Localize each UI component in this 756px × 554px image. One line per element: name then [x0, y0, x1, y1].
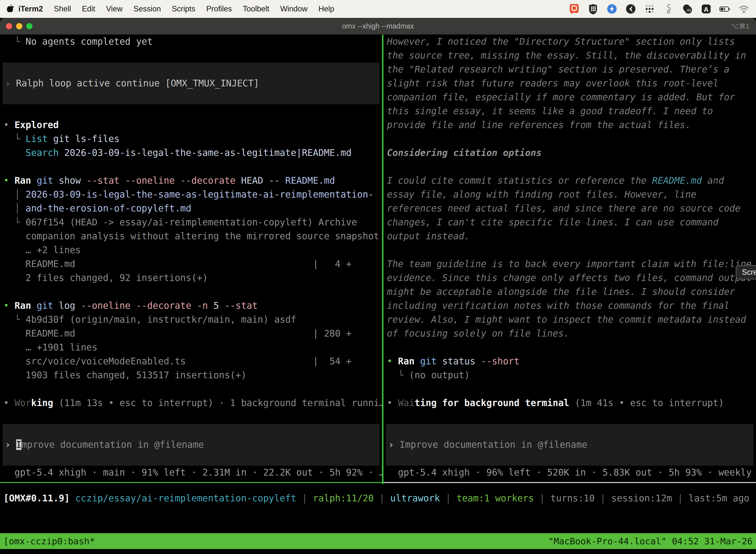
menu-items: iTerm2ShellEditViewSessionScriptsProfile…	[18, 4, 334, 13]
minimize-button[interactable]	[16, 23, 22, 29]
blank-line	[3, 410, 382, 424]
ran-git-log: • Ran git log --oneline --decorate -n 5 …	[3, 299, 382, 313]
close-button[interactable]	[6, 23, 12, 29]
blank-line	[3, 49, 382, 63]
prompt-input-box-line: › Improve documentation in @filename	[388, 438, 754, 452]
reasoning-p2: changes, I can't cite specific file line…	[387, 215, 756, 229]
reasoning-p1: the source tree, missing the essay. Stil…	[387, 49, 756, 63]
right-terminal-pane[interactable]: However, I noticed the "Directory Struct…	[383, 35, 756, 483]
menu-item-scripts[interactable]: Scripts	[172, 4, 195, 13]
reasoning-p1: the "Related research writing" section i…	[387, 63, 756, 76]
menu-item-window[interactable]: Window	[280, 4, 308, 13]
badge-61-icon[interactable]: ..61	[682, 3, 693, 15]
reasoning-p2: I could cite commit statistics or refere…	[387, 174, 756, 188]
omx-status-bar: [OMX#0.11.9] cczip/essay/ai-reimplementa…	[0, 491, 756, 505]
reasoning-p3: of focusing solely on file lines.	[387, 327, 756, 340]
window-controls	[6, 18, 33, 34]
agents-status-line: └ No agents completed yet	[3, 35, 382, 49]
ran-git-status: • Ran git status --short	[387, 354, 756, 368]
blank-line	[3, 285, 382, 299]
keyboard-a-icon[interactable]: A	[700, 3, 712, 15]
show-stat-summary: 2 files changed, 92 insertions(+)	[3, 271, 382, 285]
reasoning-p1: However, I noticed the "Directory Struct…	[387, 35, 756, 49]
log-stat-readme: README.md | 280 +	[3, 327, 382, 340]
wifi-icon[interactable]	[738, 3, 750, 15]
reasoning-p1: slight risk that future readers may over…	[387, 76, 756, 90]
svg-text:A: A	[704, 6, 709, 13]
show-more-lines: … +2 lines	[3, 243, 382, 257]
blank-line	[387, 160, 756, 174]
prompt-input-box-line: › Improve documentation in @filename	[5, 438, 379, 452]
show-filename-2: │ and-the-erosion-of-copyleft.md	[3, 202, 382, 215]
blank-line	[3, 160, 382, 174]
reasoning-p1: this single essay, it seems like a good …	[387, 104, 756, 118]
window-title: omx --xhigh --madmax	[342, 22, 414, 30]
reasoning-p3: The team guideline is to back every impo…	[387, 257, 756, 271]
show-commit-2: companion analysis without altering the …	[3, 229, 382, 243]
explored-search: Search 2026-03-09-is-legal-the-same-as-l…	[3, 146, 382, 160]
svg-text:..61: ..61	[685, 8, 691, 12]
prompt-input-box[interactable]: › Improve documentation in @filename	[386, 424, 754, 466]
dark-orb-icon[interactable]	[625, 3, 636, 15]
menu-item-iterm2[interactable]: iTerm2	[18, 4, 43, 13]
blank-line	[387, 243, 756, 257]
blue-bolt-icon[interactable]	[606, 3, 618, 15]
menu-bar-status-icons: ..61 A	[568, 3, 750, 15]
squiggle-icon[interactable]	[663, 3, 674, 15]
screenshot-icon[interactable]	[568, 3, 580, 15]
reasoning-p3: including verification notes with those …	[387, 299, 756, 313]
log-stat-voice: src/voice/voiceModeEnabled.ts | 54 +	[3, 354, 382, 368]
menu-item-shell[interactable]: Shell	[54, 4, 71, 13]
explored-list: └ List git ls-files	[3, 132, 382, 146]
tmux-host-clock: "MacBook-Pro-44.local" 04:52 31-Mar-26	[548, 536, 753, 546]
show-commit: └ 067f154 (HEAD -> essay/ai-reimplementa…	[3, 215, 382, 229]
tmux-status-bar: [omx-cczip0:bash* "MacBook-Pro-44.local"…	[0, 533, 756, 549]
menu-item-toolbelt[interactable]: Toolbelt	[243, 4, 269, 13]
blank-line	[387, 132, 756, 146]
menu-item-help[interactable]: Help	[318, 4, 334, 13]
zoom-button[interactable]	[26, 23, 33, 29]
reasoning-p2: references need actual files, and since …	[387, 202, 756, 215]
reasoning-p2: output instead.	[387, 229, 756, 243]
reasoning-p3: review. Also, I might want to inspect th…	[387, 313, 756, 327]
ralph-loop-box-line: › Ralph loop active continue [OMX_TMUX_I…	[5, 76, 379, 90]
grid-shield-icon[interactable]	[587, 3, 599, 15]
show-filename-1: │ 2026-03-09-is-legal-the-same-as-legiti…	[3, 188, 382, 202]
session-status-line: gpt-5.4 xhigh · main · 91% left · 2.31M …	[3, 466, 382, 480]
show-stat-readme: README.md | 4 +	[3, 257, 382, 271]
tmux-session-label: [omx-cczip0:bash*	[3, 536, 95, 546]
dots-grid-icon[interactable]	[644, 3, 655, 15]
menu-item-session[interactable]: Session	[133, 4, 161, 13]
explored-header: • Explored	[3, 118, 382, 132]
window-title-bar: omx --xhigh --madmax ⌥⌘1	[0, 18, 756, 35]
reasoning-p3: might be acceptable alongside the file l…	[387, 285, 756, 299]
apple-menu-icon[interactable]	[6, 4, 15, 14]
terminal-panes: └ No agents completed yet› Ralph loop ac…	[0, 35, 756, 484]
reasoning-p3: evidence. Since this change only affects…	[387, 271, 756, 285]
screen-share-overlay[interactable]: Scre	[736, 265, 756, 279]
reasoning-p1: companion file, especially if more comme…	[387, 90, 756, 104]
log-stat-summary: 1903 files changed, 513517 insertions(+)	[3, 368, 382, 382]
menu-item-profiles[interactable]: Profiles	[206, 4, 232, 13]
ralph-loop-box: › Ralph loop active continue [OMX_TMUX_I…	[2, 63, 379, 104]
battery-icon[interactable]	[719, 3, 731, 15]
blank-line	[3, 104, 382, 118]
reasoning-heading: Considering citation options	[387, 146, 756, 160]
waiting-status-line: • Waiting for background terminal (1m 41…	[387, 396, 756, 410]
prompt-input-box[interactable]: › Improve documentation in @filename	[2, 424, 379, 466]
left-terminal-pane[interactable]: └ No agents completed yet› Ralph loop ac…	[0, 35, 382, 483]
menu-item-edit[interactable]: Edit	[82, 4, 95, 13]
blank-line	[3, 382, 382, 396]
menu-bar: iTerm2ShellEditViewSessionScriptsProfile…	[0, 0, 756, 18]
menu-item-view[interactable]: View	[106, 4, 123, 13]
ran-git-show: • Ran git show --stat --oneline --decora…	[3, 174, 382, 188]
reasoning-p1: provide file and line references from th…	[387, 118, 756, 132]
log-more-lines: … +1901 lines	[3, 340, 382, 354]
status-output: └ (no output)	[387, 368, 756, 382]
reasoning-p2: essay file, along with finding root file…	[387, 188, 756, 202]
blank-line	[387, 340, 756, 354]
session-status-line: gpt-5.4 xhigh · 96% left · 520K in · 5.8…	[387, 466, 756, 480]
window-shortcut-badge: ⌥⌘1	[731, 22, 750, 30]
working-status-line: • Working (11m 13s • esc to interrupt) ·…	[3, 396, 382, 410]
log-commit: └ 4b9d30f (origin/main, instructkr/main,…	[3, 313, 382, 327]
